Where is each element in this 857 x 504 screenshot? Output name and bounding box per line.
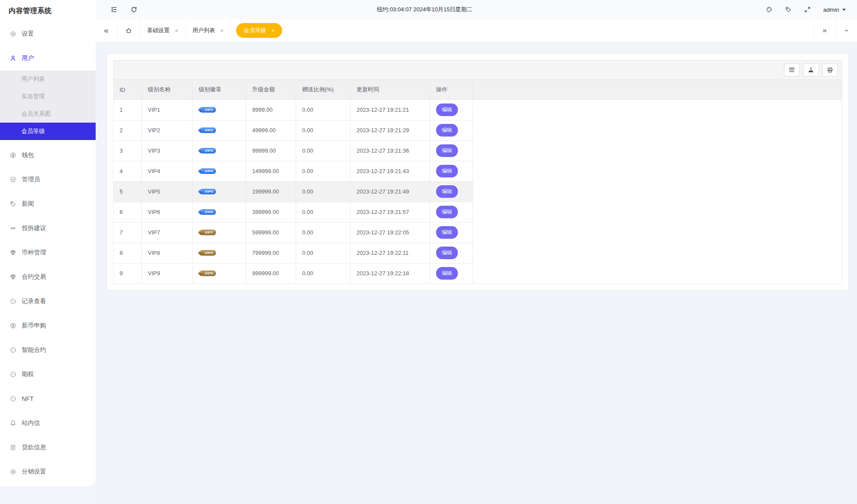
vip-badge: VIP6 [199, 209, 216, 215]
cell-badge: VIP3 [193, 140, 246, 161]
column-header-badge: 级别徽章 [193, 80, 246, 100]
sidebar-item-admins[interactable]: 管理员 [0, 167, 96, 192]
table-header-row: ID 级别名称 级别徽章 升级金额 赠送比例(%) 更新时间 操作 [113, 80, 842, 100]
palette-icon[interactable] [766, 6, 773, 13]
home-icon [125, 27, 132, 34]
sidebar-item-messages[interactable]: 站内信 [0, 411, 96, 435]
edit-button[interactable]: 编辑 [436, 165, 458, 177]
fullscreen-icon[interactable] [804, 6, 811, 13]
sidebar-item-nft[interactable]: NFT [0, 387, 96, 411]
cell-filler [473, 161, 842, 181]
sidebar-item-label: 币种管理 [22, 249, 46, 257]
cell-badge: VIP2 [193, 120, 246, 140]
cell-actions: 编辑 [430, 140, 473, 161]
edit-button[interactable]: 编辑 [436, 185, 458, 198]
vip-badge: VIP4 [199, 168, 216, 174]
app-window: 内容管理系统 设置 用户 用户列表 实名管理 会员关系图 会员等级 钱包 [0, 0, 857, 504]
username: admin [823, 7, 839, 13]
sidebar-item-contract-trade[interactable]: 合约交易 [0, 265, 96, 289]
cell-ratio: 0.00 [296, 222, 350, 243]
table-row: 4 VIP4 VIP4 149999.00 0.00 2023-12-27 19… [113, 161, 842, 181]
cell-amount: 9999.00 [246, 100, 296, 120]
cell-badge: VIP8 [193, 243, 246, 263]
edit-button[interactable]: 编辑 [436, 267, 458, 280]
sidebar-item-member-level[interactable]: 会员等级 [0, 123, 96, 140]
edit-button[interactable]: 编辑 [436, 124, 458, 137]
cell-name: VIP9 [142, 263, 193, 284]
export-button[interactable] [803, 63, 819, 77]
home-tab[interactable] [117, 19, 140, 42]
sidebar-item-loan-info[interactable]: 贷款信息 [0, 435, 96, 460]
sidebar-item-user-list[interactable]: 用户列表 [0, 70, 96, 88]
sidebar-item-records[interactable]: 记录查看 [0, 289, 96, 314]
edit-button[interactable]: 编辑 [436, 226, 458, 239]
sidebar-item-news[interactable]: 新闻 [0, 192, 96, 216]
tab-member-level[interactable]: 会员等级 × [236, 23, 282, 38]
tag-icon [10, 200, 17, 207]
print-button[interactable] [822, 63, 838, 77]
gem-icon [10, 249, 17, 256]
cell-name: VIP7 [142, 222, 193, 243]
cell-ratio: 0.00 [296, 120, 350, 140]
cell-updated: 2023-12-27 19:21:57 [350, 202, 430, 222]
cell-amount: 99999.00 [246, 140, 296, 161]
sidebar-panel: 内容管理系统 设置 用户 用户列表 实名管理 会员关系图 会员等级 钱包 [0, 0, 96, 486]
edit-button[interactable]: 编辑 [436, 144, 458, 157]
cell-actions: 编辑 [430, 222, 473, 243]
cell-amount: 799999.00 [246, 243, 296, 263]
sidebar-item-label: 分销设置 [22, 468, 46, 476]
edit-button[interactable]: 编辑 [436, 103, 458, 116]
world-clock: 纽约:03:04:07 2024年10月15日星期二 [110, 6, 739, 13]
cell-id: 7 [113, 222, 142, 243]
sidebar-item-distribution[interactable]: 分销设置 [0, 460, 96, 484]
tab-actions-dropdown[interactable] [835, 19, 857, 42]
vip-badge: VIP7 [199, 230, 216, 235]
smart-contract-icon [10, 347, 17, 354]
user-icon [10, 55, 17, 62]
close-icon[interactable]: × [271, 27, 275, 34]
sidebar-item-smart-contract[interactable]: 智能合约 [0, 338, 96, 362]
app-title: 内容管理系统 [0, 0, 96, 22]
table-card: ID 级别名称 级别徽章 升级金额 赠送比例(%) 更新时间 操作 1 [107, 54, 848, 290]
cell-ratio: 0.00 [296, 100, 350, 120]
table-row: 1 VIP1 VIP1 9999.00 0.00 2023-12-27 19:2… [113, 100, 842, 120]
shield-check-icon [10, 176, 17, 183]
column-header-filler [473, 80, 842, 100]
close-icon[interactable]: × [175, 27, 178, 34]
cell-filler [473, 263, 842, 284]
cell-amount: 199999.00 [246, 181, 296, 202]
gem-icon [10, 274, 17, 280]
sidebar-item-wallet[interactable]: 钱包 [0, 143, 96, 167]
tab-user-list[interactable]: 用户列表 × [186, 19, 231, 42]
cell-ratio: 0.00 [296, 181, 350, 202]
tabs-scroll-right-button[interactable]: » [814, 19, 835, 42]
sub-item-label: 用户列表 [21, 75, 45, 83]
sidebar-item-label: 设置 [22, 30, 34, 38]
sidebar-item-users[interactable]: 用户 [0, 46, 96, 70]
cell-filler [473, 140, 842, 161]
sidebar-item-label: 合约交易 [22, 273, 46, 281]
sidebar-item-settings[interactable]: 设置 [0, 22, 96, 46]
chevron-down-icon [842, 9, 846, 13]
cell-actions: 编辑 [430, 243, 473, 263]
sidebar-item-options[interactable]: 期权 [0, 362, 96, 387]
column-settings-button[interactable] [784, 63, 800, 77]
tab-basic-settings[interactable]: 基础设置 × [140, 19, 186, 42]
sidebar-item-realname[interactable]: 实名管理 [0, 88, 96, 105]
sidebar-item-coin-management[interactable]: 币种管理 [0, 240, 96, 265]
sidebar-item-new-coin[interactable]: 新币申购 [0, 314, 96, 338]
top-header: 纽约:03:04:07 2024年10月15日星期二 admin [96, 0, 857, 19]
vip-badge: VIP2 [199, 127, 216, 133]
tabs-scroll-left-button[interactable]: « [96, 19, 117, 42]
user-menu[interactable]: admin [823, 7, 846, 13]
cell-updated: 2023-12-27 19:21:36 [350, 140, 430, 161]
cell-name: VIP6 [142, 202, 193, 222]
sidebar-item-member-graph[interactable]: 会员关系图 [0, 105, 96, 123]
cell-filler [473, 181, 842, 202]
edit-button[interactable]: 编辑 [436, 247, 458, 259]
edit-button[interactable]: 编辑 [436, 206, 458, 218]
tag-icon[interactable] [785, 6, 792, 13]
member-level-table: ID 级别名称 级别徽章 升级金额 赠送比例(%) 更新时间 操作 1 [113, 80, 842, 284]
close-icon[interactable]: × [220, 27, 224, 34]
sidebar-item-feedback[interactable]: 投拆建议 [0, 216, 96, 240]
